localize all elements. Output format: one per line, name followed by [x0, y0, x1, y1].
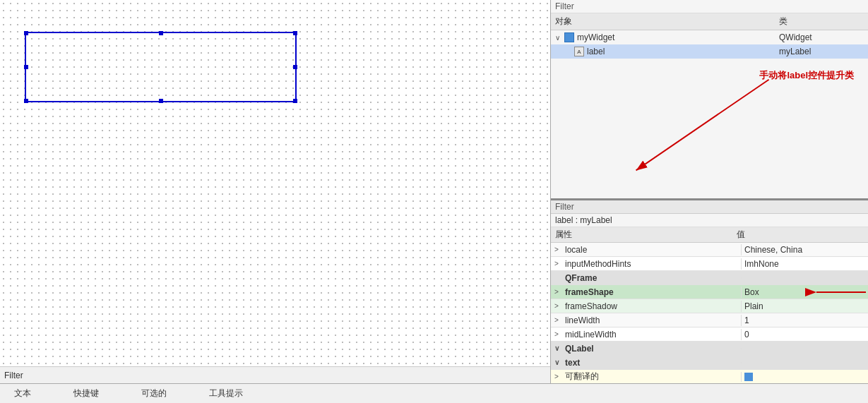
prop-name-qframe: QFrame — [562, 272, 741, 284]
handle-br[interactable] — [293, 99, 297, 103]
toolbar-item-text[interactable]: 文本 — [14, 387, 31, 399]
tree-col-object: 对象 — [555, 16, 779, 28]
prop-arrow-svg — [813, 285, 868, 299]
prop-col-prop: 属性 — [555, 229, 737, 241]
prop-row-inputmethodhints[interactable]: > inputMethodHints ImhNone — [551, 257, 868, 271]
prop-row-qframe[interactable]: QFrame — [551, 271, 868, 285]
prop-value-frameshadow: Plain — [741, 301, 868, 312]
canvas-workspace[interactable] — [0, 0, 550, 366]
handle-tm[interactable] — [159, 31, 163, 35]
toolbar-item-shortcut[interactable]: 快捷键 — [73, 387, 99, 399]
annotation-text: 手动将label控件提升类 — [759, 69, 854, 82]
prop-header-row: 属性 值 — [551, 227, 868, 243]
widget-rect[interactable] — [25, 32, 297, 102]
canvas-area: Filter — [0, 0, 550, 383]
tree-item-mywidget[interactable]: ∨ myWidget QWidget — [551, 30, 868, 44]
prop-expand-locale: > — [551, 246, 562, 253]
prop-value-translatable — [741, 372, 868, 382]
prop-value-qlabel — [741, 348, 868, 349]
prop-value-inputmethodhints: ImhNone — [741, 258, 868, 270]
handle-bl[interactable] — [24, 99, 28, 103]
tree-filter-bar: Filter — [551, 0, 868, 13]
svg-line-1 — [636, 80, 769, 171]
annotation-area: 手动将label控件提升类 — [551, 59, 868, 198]
properties-panel: Filter label : myLabel 属性 值 > locale Chi… — [551, 200, 868, 383]
prop-expand-midlinewidth: > — [551, 330, 562, 338]
tree-expand-mywidget: ∨ — [555, 34, 564, 42]
check-icon — [744, 373, 753, 381]
prop-row-frameshape[interactable]: > frameShape Box — [551, 285, 868, 299]
prop-row-qlabel[interactable]: ∨ QLabel — [551, 342, 868, 356]
prop-col-val: 值 — [737, 229, 864, 241]
canvas-filter-bar: Filter — [0, 366, 550, 383]
prop-row-frameshadow[interactable]: > frameShadow Plain — [551, 299, 868, 313]
right-panel: Filter 对象 类 ∨ myWidget QWidget A — [550, 0, 868, 383]
prop-expand-translatable: > — [551, 373, 562, 380]
prop-row-linewidth[interactable]: > lineWidth 1 — [551, 313, 868, 327]
prop-name-linewidth: lineWidth — [562, 315, 741, 326]
handle-ml[interactable] — [24, 65, 28, 69]
prop-name-qlabel: QLabel — [562, 343, 741, 354]
prop-row-text[interactable]: ∨ text — [551, 356, 868, 370]
toolbar-item-tooltip[interactable]: 工具提示 — [209, 387, 243, 399]
prop-value-text — [741, 362, 868, 363]
prop-filter-label: Filter — [555, 202, 574, 212]
object-tree-panel: Filter 对象 类 ∨ myWidget QWidget A — [551, 0, 868, 200]
prop-row-midlinewidth[interactable]: > midLineWidth 0 — [551, 327, 868, 342]
prop-expand-frameshadow: > — [551, 302, 562, 310]
prop-expand-inputmethodhints: > — [551, 260, 562, 267]
tree-filter-label: Filter — [555, 1, 574, 11]
prop-value-locale: Chinese, China — [741, 244, 868, 255]
handle-tl[interactable] — [24, 31, 28, 35]
tree-header-row: 对象 类 — [551, 13, 868, 30]
toolbar-item-optional[interactable]: 可选的 — [141, 387, 167, 399]
tree-col-class: 类 — [779, 16, 864, 28]
prop-value-midlinewidth: 0 — [741, 329, 868, 340]
tree-class-label: myLabel — [779, 47, 864, 56]
prop-expand-qlabel: ∨ — [551, 344, 562, 352]
tree-item-label[interactable]: A label myLabel — [551, 44, 868, 59]
label-icon: A — [573, 46, 585, 57]
tree-class-mywidget: QWidget — [779, 32, 864, 42]
prop-name-text: text — [562, 357, 741, 368]
prop-expand-text: ∨ — [551, 359, 562, 366]
prop-name-midlinewidth: midLineWidth — [562, 329, 741, 340]
tree-name-label: label — [587, 47, 779, 56]
prop-expand-frameshape: > — [551, 288, 562, 296]
tree-name-mywidget: myWidget — [577, 32, 779, 42]
canvas-filter-label: Filter — [4, 371, 23, 380]
widget-icon — [564, 32, 575, 43]
main-container: Filter Filter 对象 类 ∨ myWidget QWidget — [0, 0, 868, 383]
prop-name-translatable: 可翻译的 — [562, 370, 741, 383]
prop-filter-bar: Filter — [551, 200, 868, 214]
handle-tr[interactable] — [293, 31, 297, 35]
handle-mr[interactable] — [293, 65, 297, 69]
prop-value-qframe — [741, 277, 868, 279]
prop-value-linewidth: 1 — [741, 315, 868, 326]
prop-row-locale[interactable]: > locale Chinese, China — [551, 243, 868, 257]
prop-name-locale: locale — [562, 244, 741, 255]
prop-label-bar: label : myLabel — [551, 214, 868, 227]
bottom-toolbar: 文本 快捷键 可选的 工具提示 — [0, 383, 868, 403]
prop-name-frameshape: frameShape — [562, 287, 741, 298]
prop-name-inputmethodhints: inputMethodHints — [562, 258, 741, 270]
prop-table[interactable]: > locale Chinese, China > inputMethodHin… — [551, 243, 868, 383]
handle-bm[interactable] — [159, 99, 163, 103]
prop-row-translatable[interactable]: > 可翻译的 — [551, 370, 868, 383]
prop-name-frameshadow: frameShadow — [562, 301, 741, 312]
prop-object-label: label : myLabel — [555, 215, 612, 225]
prop-expand-linewidth: > — [551, 316, 562, 324]
